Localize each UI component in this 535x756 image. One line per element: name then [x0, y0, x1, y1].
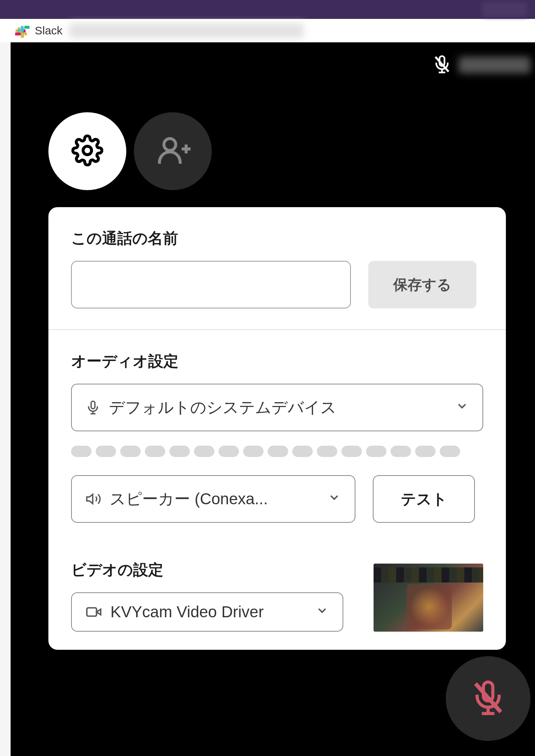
video-preview-thumbnail: [374, 564, 483, 632]
level-dot: [169, 446, 190, 457]
level-dot: [268, 446, 288, 457]
level-dot: [341, 446, 362, 457]
svg-point-13: [164, 139, 176, 150]
settings-panel: この通話の名前 保存する オーディオ設定: [48, 207, 506, 650]
call-header: [11, 42, 535, 88]
microphone-muted-icon: [469, 679, 507, 718]
level-dot: [120, 446, 141, 457]
level-dot: [219, 446, 239, 457]
microphone-select[interactable]: デフォルトのシステムデバイス: [71, 384, 483, 431]
user-plus-icon: [155, 133, 191, 170]
audio-title: オーディオ設定: [71, 351, 483, 372]
speaker-select[interactable]: スピーカー (Conexa...: [71, 475, 355, 523]
participant-name-blurred: [459, 57, 530, 73]
call-name-input[interactable]: [71, 261, 351, 308]
video-section: ビデオの設定 KVYcam Video Driver: [48, 544, 506, 650]
chevron-down-icon: [455, 398, 469, 417]
svg-rect-5: [21, 33, 24, 38]
level-dot: [415, 446, 436, 457]
svg-point-12: [83, 146, 91, 155]
microphone-muted-icon: [432, 54, 452, 76]
level-dot: [317, 446, 337, 457]
camera-select[interactable]: KVYcam Video Driver: [71, 592, 343, 632]
level-dot: [243, 446, 264, 457]
speaker-test-button[interactable]: テスト: [373, 475, 475, 523]
video-camera-icon: [85, 604, 102, 620]
gear-icon: [71, 135, 103, 168]
action-buttons-row: [11, 112, 535, 190]
tab-app-name: Slack: [35, 24, 62, 37]
mute-toggle-button[interactable]: [446, 656, 530, 741]
audio-section: オーディオ設定 デフォルトのシステムデバイス: [48, 330, 506, 544]
speaker-selected-label: スピーカー (Conexa...: [110, 488, 322, 510]
svg-rect-16: [91, 401, 95, 409]
microphone-selected-label: デフォルトのシステムデバイス: [109, 397, 450, 418]
svg-rect-0: [17, 29, 20, 32]
save-button[interactable]: 保存する: [368, 261, 476, 308]
level-dot: [366, 446, 386, 457]
app-top-bar: [0, 0, 535, 19]
tab-title-blurred: [69, 23, 304, 38]
speaker-icon: [85, 491, 101, 507]
call-name-title: この通話の名前: [71, 228, 483, 249]
left-edge-strip: [0, 42, 11, 756]
level-dot: [292, 446, 313, 457]
svg-marker-19: [87, 494, 93, 504]
chevron-down-icon: [315, 603, 329, 621]
call-window: この通話の名前 保存する オーディオ設定: [11, 42, 535, 756]
browser-tab-bar: Slack: [0, 19, 535, 42]
settings-button[interactable]: [48, 112, 126, 190]
call-name-section: この通話の名前 保存する: [48, 207, 506, 330]
chevron-down-icon: [327, 490, 341, 508]
video-title: ビデオの設定: [71, 559, 343, 580]
microphone-level-meter: [71, 446, 483, 457]
microphone-icon: [85, 400, 101, 415]
svg-rect-1: [21, 26, 24, 32]
level-dot: [71, 446, 91, 457]
level-dot: [194, 446, 214, 457]
level-dot: [145, 446, 165, 457]
camera-selected-label: KVYcam Video Driver: [110, 603, 310, 621]
svg-rect-4: [24, 33, 27, 36]
slack-logo-icon: [15, 23, 29, 38]
add-user-button[interactable]: [134, 112, 212, 190]
svg-rect-3: [24, 26, 29, 29]
level-dot: [96, 446, 116, 457]
svg-rect-7: [15, 33, 20, 36]
level-dot: [391, 446, 411, 457]
level-dot: [440, 446, 460, 457]
top-bar-right-blur: [482, 2, 527, 17]
svg-rect-20: [87, 608, 97, 616]
